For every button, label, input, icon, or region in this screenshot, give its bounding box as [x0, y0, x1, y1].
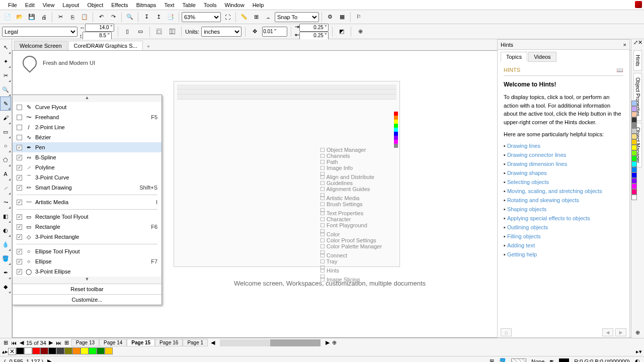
color-swatch[interactable] — [631, 101, 637, 106]
drop-shadow-tool[interactable]: ◧ — [0, 209, 11, 223]
expand-icon[interactable]: ⤢ — [633, 39, 638, 48]
hints-topic-link[interactable]: Outlining objects — [504, 223, 623, 232]
outline-tool[interactable]: ✒ — [0, 265, 11, 280]
color-swatch[interactable] — [48, 347, 56, 354]
text-tool[interactable]: A — [0, 167, 11, 181]
search-button[interactable]: 🔍 — [124, 12, 135, 23]
back-icon[interactable]: ◄ — [602, 328, 613, 336]
flyout-item-ellipse-tool-flyout[interactable]: ○ Ellipse Tool Flyout — [13, 246, 162, 256]
home-icon[interactable]: ⌂ — [501, 328, 512, 336]
menu-tools[interactable]: Tools — [200, 1, 221, 9]
dup-x-input[interactable] — [299, 24, 329, 32]
tab-videos[interactable]: Videos — [528, 52, 556, 62]
add-page-after-icon[interactable]: ⊞ — [63, 339, 70, 346]
save-button[interactable]: 💾 — [26, 12, 37, 23]
checkbox-icon[interactable] — [17, 259, 22, 264]
page-width-input[interactable] — [85, 24, 114, 32]
shape-tool[interactable]: ✦ — [0, 54, 11, 68]
welcome-button[interactable]: ⚐ — [353, 12, 364, 23]
checkbox-icon[interactable] — [17, 135, 22, 140]
freehand-tool[interactable]: ✎ — [0, 97, 11, 111]
landscape-button[interactable]: ▭ — [135, 26, 146, 37]
page-tab[interactable]: Page 15 — [127, 339, 155, 346]
publish-pdf-button[interactable]: 📑 — [165, 12, 176, 23]
crop-tool[interactable]: ✂ — [0, 68, 11, 82]
artistic-media-tool[interactable]: 🖌 — [0, 111, 11, 125]
no-color-swatch[interactable]: ✕ — [8, 348, 16, 355]
page-tab[interactable]: Page 14 — [99, 339, 127, 346]
color-swatch[interactable] — [631, 106, 637, 112]
color-swatch[interactable] — [56, 347, 64, 354]
next-page-icon[interactable]: ▶ — [47, 339, 54, 346]
color-swatch[interactable] — [72, 347, 80, 354]
flyout-item-pen[interactable]: ✒ Pen — [13, 142, 162, 152]
menu-help[interactable]: Help — [249, 1, 268, 9]
units-select[interactable]: inches — [201, 27, 242, 37]
horizontal-scrollbar[interactable] — [220, 339, 320, 346]
menu-view[interactable]: View — [39, 1, 59, 9]
print-button[interactable]: 🖨 — [38, 12, 49, 23]
color-swatch[interactable] — [24, 347, 32, 354]
color-swatch[interactable] — [631, 123, 637, 128]
checkbox-icon[interactable] — [17, 105, 22, 110]
tab-welcome[interactable]: Welcome Screen — [14, 41, 67, 50]
hints-topic-link[interactable]: Drawing dimension lines — [504, 159, 623, 168]
page-preset-select[interactable]: Legal — [2, 27, 77, 37]
navigator-icon[interactable]: ⊕ — [331, 339, 338, 346]
scroll-up-icon[interactable]: ▲ — [13, 95, 162, 102]
docker-hints[interactable]: Hints — [633, 50, 642, 71]
flyout-item-3-point-rectangle[interactable]: ◇ 3-Point Rectangle — [13, 232, 162, 242]
nudge-input[interactable] — [262, 27, 287, 37]
grid-button[interactable]: ⊞ — [251, 12, 262, 23]
reset-toolbar-button[interactable]: Reset toolbar — [13, 284, 162, 294]
book-icon[interactable]: 📖 — [616, 67, 623, 73]
checkbox-icon[interactable] — [17, 234, 22, 240]
color-swatch[interactable] — [631, 150, 637, 156]
scroll-down-icon[interactable]: ▼ — [13, 277, 162, 284]
redo-button[interactable]: ↷ — [108, 12, 119, 23]
flyout-item-3-point-curve[interactable]: ⌒ 3-Point Curve — [13, 172, 162, 183]
color-swatch[interactable] — [631, 161, 637, 167]
play-icon[interactable]: ▶ — [47, 358, 51, 362]
checkbox-icon[interactable] — [17, 269, 22, 275]
add-docker-icon[interactable]: ⊕ — [633, 327, 642, 338]
hints-topic-link[interactable]: Adding text — [504, 241, 623, 250]
app-launcher-button[interactable]: ▦ — [337, 12, 348, 23]
color-swatch[interactable] — [32, 347, 40, 354]
menu-object[interactable]: Object — [83, 1, 107, 9]
palette-expand-icon[interactable]: ▾ — [639, 348, 642, 355]
add-preset-button[interactable]: ⊕ — [355, 26, 366, 37]
open-button[interactable]: 📂 — [14, 12, 25, 23]
rulers-button[interactable]: 📏 — [238, 12, 250, 23]
fill-indicator[interactable] — [511, 358, 526, 363]
checkbox-icon[interactable] — [17, 175, 22, 180]
close-icon[interactable]: × — [623, 42, 626, 48]
color-swatch[interactable] — [631, 134, 637, 139]
copy-button[interactable]: ⎘ — [67, 12, 78, 23]
checkbox-icon[interactable] — [17, 249, 22, 254]
menu-window[interactable]: Window — [221, 1, 249, 9]
checkbox-icon[interactable] — [17, 125, 22, 130]
pick-tool[interactable]: ↖ — [0, 40, 11, 54]
checkbox-icon[interactable] — [17, 155, 22, 160]
flyout-item-artistic-media[interactable]: 〰 Artistic Media I — [13, 197, 162, 207]
hints-topic-link[interactable]: Rotating and skewing objects — [504, 196, 623, 205]
add-page-icon[interactable]: ⊞ — [2, 339, 9, 346]
color-swatch[interactable] — [631, 117, 637, 123]
dup-y-input[interactable] — [299, 32, 329, 40]
color-swatch[interactable] — [631, 167, 637, 172]
options-button[interactable]: ⚙ — [325, 12, 336, 23]
flyout-item-rectangle-tool-flyout[interactable]: ▭ Rectangle Tool Flyout — [13, 212, 162, 222]
color-swatch[interactable] — [80, 347, 89, 354]
tab-document[interactable]: CorelDRAW Graphics S... — [68, 41, 143, 50]
color-swatch[interactable] — [631, 178, 637, 184]
eyedropper-tool[interactable]: 💧 — [0, 237, 11, 251]
flyout-item-bézier[interactable]: ∿ Bézier — [13, 132, 162, 142]
menu-table[interactable]: Table — [179, 1, 200, 9]
export-button[interactable]: ↥ — [153, 12, 164, 23]
flyout-item-polyline[interactable]: ⟋ Polyline — [13, 162, 162, 172]
page-tab[interactable]: Page 13 — [71, 339, 99, 346]
prev-page-icon[interactable]: ◀ — [18, 339, 25, 346]
all-pages-button[interactable]: ⿴ — [153, 26, 165, 37]
hints-topic-link[interactable]: Applying special effects to objects — [504, 214, 623, 223]
